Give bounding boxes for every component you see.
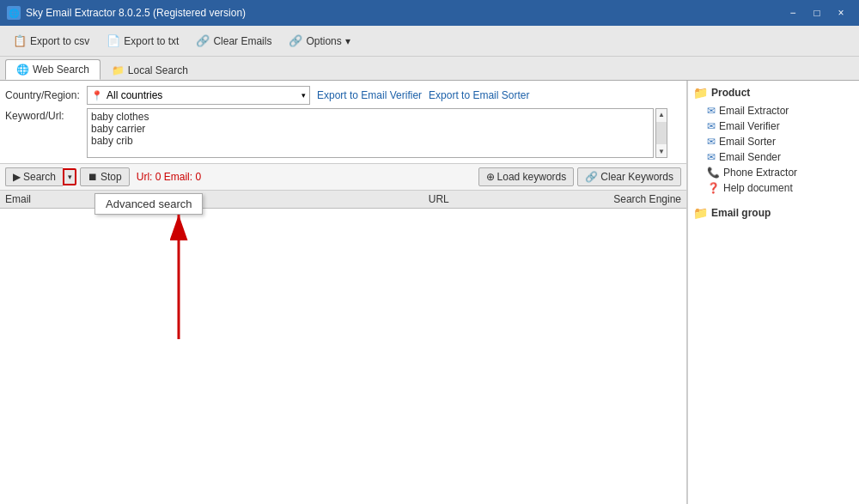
app-icon: 🌐 xyxy=(7,6,21,20)
title-bar-left: 🌐 Sky Email Extractor 8.0.2.5 (Registere… xyxy=(7,6,246,20)
clear-keywords-button[interactable]: 🔗 Clear Keywords xyxy=(577,167,681,186)
right-panel: 📁 Product ✉ Email Extractor ✉ Email Veri… xyxy=(687,81,859,504)
email-group-header: 📁 Email group xyxy=(693,206,854,220)
load-keywords-button[interactable]: ⊕ Load keywords xyxy=(478,167,575,186)
action-row: ▶ Search ▾ ⏹ Stop Url: 0 Email: 0 ⊕ Load… xyxy=(0,164,686,191)
left-panel: Country/Region: 📍 All countries ▾ Export… xyxy=(0,81,687,504)
title-bar: 🌐 Sky Email Extractor 8.0.2.5 (Registere… xyxy=(0,0,859,26)
scroll-down-icon[interactable]: ▼ xyxy=(656,146,667,157)
email-group-header-label: Email group xyxy=(711,207,771,219)
tab-local-search[interactable]: 📁 Local Search xyxy=(101,60,199,80)
search-button-wrapper: ▶ Search ▾ xyxy=(5,167,76,186)
results-area xyxy=(0,209,686,504)
sidebar-item-label-email-sorter: Email Sorter xyxy=(719,136,776,148)
status-text: Url: 0 Email: 0 xyxy=(137,171,201,183)
phone-extractor-icon: 📞 xyxy=(707,167,720,179)
sidebar-item-label-email-sender: Email Sender xyxy=(719,151,781,163)
load-keywords-label: Load keywords xyxy=(497,171,567,183)
tab-web-search[interactable]: 🌐 Web Search xyxy=(5,59,101,80)
country-select[interactable]: 📍 All countries ▾ xyxy=(87,86,310,105)
advanced-search-tooltip: Advanced search xyxy=(94,193,203,215)
export-sorter-link[interactable]: Export to Email Sorter xyxy=(429,89,529,101)
search-dropdown-button[interactable]: ▾ xyxy=(63,168,76,185)
stop-icon: ⏹ xyxy=(88,171,98,183)
clear-emails-icon: 🔗 xyxy=(196,34,210,47)
export-csv-button[interactable]: 📋 Export to csv xyxy=(5,30,97,52)
minimize-button[interactable]: − xyxy=(782,4,804,21)
search-dropdown-icon: ▾ xyxy=(68,173,72,181)
country-label: Country/Region: xyxy=(5,89,87,101)
scroll-track xyxy=(656,122,667,144)
help-document-icon: ❓ xyxy=(707,182,720,194)
sidebar-item-label-help-document: Help document xyxy=(723,182,793,194)
sidebar-item-label-email-verifier: Email Verifier xyxy=(719,120,780,132)
stop-button[interactable]: ⏹ Stop xyxy=(80,167,130,186)
export-txt-button[interactable]: 📄 Export to txt xyxy=(99,30,186,52)
sidebar-item-help-document[interactable]: ❓ Help document xyxy=(693,180,854,196)
keyword-row: Keyword/Url: baby clothes baby carrier b… xyxy=(5,108,681,158)
clear-keywords-label: Clear Keywords xyxy=(600,171,673,183)
close-button[interactable]: × xyxy=(830,4,852,21)
local-search-tab-icon: 📁 xyxy=(112,64,125,76)
search-button[interactable]: ▶ Search xyxy=(5,167,63,186)
keyword-scrollbar: ▲ ▼ xyxy=(655,108,667,158)
search-play-icon: ▶ xyxy=(13,171,21,183)
keyword-textarea[interactable]: baby clothes baby carrier baby crib xyxy=(87,108,654,158)
sidebar-item-email-extractor[interactable]: ✉ Email Extractor xyxy=(693,103,854,118)
clear-emails-label: Clear Emails xyxy=(213,35,271,47)
tab-bar: 🌐 Web Search 📁 Local Search xyxy=(0,57,859,81)
advanced-search-label: Advanced search xyxy=(106,197,192,210)
export-txt-icon: 📄 xyxy=(107,34,120,47)
web-search-tab-label: Web Search xyxy=(33,64,89,76)
window-title: Sky Email Extractor 8.0.2.5 (Registered … xyxy=(26,7,246,19)
toolbar: 📋 Export to csv 📄 Export to txt 🔗 Clear … xyxy=(0,26,859,57)
arrow-annotation xyxy=(127,209,282,343)
sidebar-item-label-email-extractor: Email Extractor xyxy=(719,105,789,117)
options-icon: 🔗 xyxy=(289,34,302,47)
keyword-label: Keyword/Url: xyxy=(5,108,87,122)
email-group-section: 📁 Email group xyxy=(693,206,854,220)
email-extractor-icon: ✉ xyxy=(707,105,716,117)
main-content: Country/Region: 📍 All countries ▾ Export… xyxy=(0,81,859,504)
search-area: Country/Region: 📍 All countries ▾ Export… xyxy=(0,81,686,164)
stop-label: Stop xyxy=(101,171,122,183)
search-label: Search xyxy=(23,171,56,183)
product-header: 📁 Product xyxy=(693,86,854,100)
country-dropdown-icon: ▾ xyxy=(302,91,306,100)
maximize-button[interactable]: □ xyxy=(806,4,828,21)
country-row: Country/Region: 📍 All countries ▾ Export… xyxy=(5,86,681,105)
product-section: 📁 Product ✉ Email Extractor ✉ Email Veri… xyxy=(693,86,854,196)
options-label: Options xyxy=(306,35,341,47)
sidebar-item-email-sender[interactable]: ✉ Email Sender xyxy=(693,149,854,165)
product-folder-icon: 📁 xyxy=(693,86,708,100)
sidebar-item-email-sorter[interactable]: ✉ Email Sorter xyxy=(693,134,854,149)
clear-emails-button[interactable]: 🔗 Clear Emails xyxy=(188,30,279,52)
export-txt-label: Export to txt xyxy=(124,35,179,47)
export-verifier-link[interactable]: Export to Email Verifier xyxy=(317,89,422,101)
email-verifier-icon: ✉ xyxy=(707,120,716,132)
sidebar-item-phone-extractor[interactable]: 📞 Phone Extractor xyxy=(693,165,854,180)
options-button[interactable]: 🔗 Options ▾ xyxy=(281,30,357,52)
col-header-url: URL xyxy=(295,193,584,205)
web-search-tab-icon: 🌐 xyxy=(16,64,29,76)
export-links: Export to Email Verifier Export to Email… xyxy=(317,89,529,101)
export-csv-icon: 📋 xyxy=(13,34,27,47)
email-sender-icon: ✉ xyxy=(707,151,716,163)
product-header-label: Product xyxy=(711,87,750,99)
sidebar-item-email-verifier[interactable]: ✉ Email Verifier xyxy=(693,118,854,134)
sidebar-item-label-phone-extractor: Phone Extractor xyxy=(723,167,797,179)
scroll-up-icon[interactable]: ▲ xyxy=(656,109,667,120)
email-group-folder-icon: 📁 xyxy=(693,206,708,220)
clear-keywords-icon: 🔗 xyxy=(585,171,598,183)
export-csv-label: Export to csv xyxy=(30,35,89,47)
country-icon: 📍 xyxy=(91,90,103,101)
col-header-engine: Search Engine xyxy=(583,193,686,205)
load-keywords-icon: ⊕ xyxy=(486,171,495,183)
email-sorter-icon: ✉ xyxy=(707,136,716,148)
local-search-tab-label: Local Search xyxy=(128,64,188,76)
options-arrow-icon: ▾ xyxy=(345,35,350,47)
country-value: All countries xyxy=(103,89,302,101)
window-controls: − □ × xyxy=(782,4,852,21)
